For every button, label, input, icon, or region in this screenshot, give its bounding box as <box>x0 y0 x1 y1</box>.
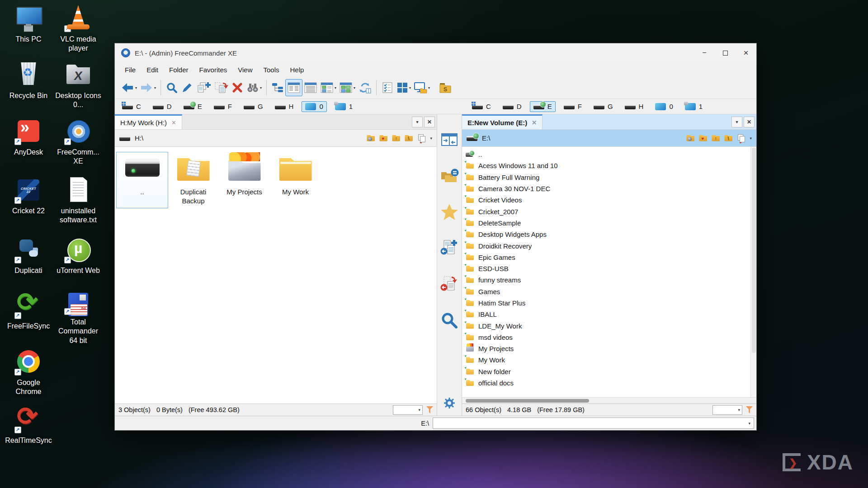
filter-combo[interactable]: ▾ <box>712 405 742 415</box>
file-row-hatim-star-plus[interactable]: Hatim Star Plus <box>462 297 756 309</box>
right-file-area[interactable]: ..Acess Windows 11 and 10Battery Full Wa… <box>462 147 756 397</box>
tab-close-icon[interactable]: ✕ <box>532 119 537 126</box>
filter-funnel-icon[interactable] <box>426 406 433 413</box>
file-row-camera-30-nov-1-dec[interactable]: Camera 30 NOV-1 DEC <box>462 183 756 194</box>
show-desktop-button[interactable]: ▾ <box>412 79 431 96</box>
folder-root-icon[interactable] <box>724 135 733 142</box>
file-row-acess-windows-11-and-10[interactable]: Acess Windows 11 and 10 <box>462 160 756 171</box>
desktop-icon-freefilesync[interactable]: FreeFileSync <box>4 289 53 345</box>
chevron-down-icon[interactable]: ▾ <box>154 86 156 90</box>
checklist-button[interactable] <box>380 79 395 96</box>
desktop-icon-duplicati[interactable]: Duplicati <box>4 233 53 289</box>
chevron-down-icon[interactable]: ▾ <box>260 86 262 90</box>
paste-button[interactable] <box>212 79 230 96</box>
drive-tab-left-G[interactable]: G <box>240 101 267 112</box>
file-tile-my-projects[interactable]: My Projects <box>219 152 270 208</box>
left-path-bar[interactable]: H:\ ▾ <box>115 130 437 147</box>
file-row-desktop-widgets-apps[interactable]: Desktop Widgets Apps <box>462 229 756 240</box>
tab-list-dropdown[interactable]: ▾ <box>731 117 742 127</box>
chevron-down-icon[interactable]: ▾ <box>430 136 432 141</box>
desktop-icon-desktop-icons-0[interactable]: Desktop Icons 0... <box>53 58 103 115</box>
file-row-funny-streams[interactable]: funny streams <box>462 274 756 286</box>
chevron-down-icon[interactable]: ▾ <box>750 136 752 141</box>
drive-tab-right-D[interactable]: D <box>499 101 525 112</box>
drive-tab-left-1[interactable]: 1 <box>331 101 356 112</box>
folder-favorites-icon[interactable] <box>379 135 388 142</box>
chevron-down-icon[interactable]: ▾ <box>428 86 430 90</box>
folder-up-icon[interactable] <box>392 135 401 142</box>
menu-file[interactable]: File <box>119 62 141 77</box>
file-row-esd-usb[interactable]: ESD-USB <box>462 263 756 274</box>
chevron-down-icon[interactable]: ▾ <box>354 86 355 90</box>
tree-view-button[interactable] <box>270 79 285 96</box>
file-row-cricket-videos[interactable]: Cricket Videos <box>462 194 756 206</box>
filter-combo[interactable]: ▾ <box>393 405 423 415</box>
file-row-my-projects[interactable]: My Projects <box>462 343 756 354</box>
command-input[interactable]: ▾ <box>433 418 754 429</box>
file-row-my-work[interactable]: My Work <box>462 354 756 366</box>
menu-folder[interactable]: Folder <box>164 62 194 77</box>
file-row-[interactable]: .. <box>462 149 756 160</box>
desktop-icon-total-commander-64-bit[interactable]: Total Commander 64 bit <box>53 289 103 345</box>
back-button[interactable]: ▾ <box>119 79 138 96</box>
folder-history-icon[interactable] <box>367 135 375 142</box>
folder-root-icon[interactable] <box>405 135 413 142</box>
desktop-icon-uninstalled-software-txt[interactable]: uninstalled software.txt <box>53 174 103 233</box>
desktop-icon-google-chrome[interactable]: Google Chrome <box>4 345 53 403</box>
refresh-button[interactable] <box>357 79 373 96</box>
tab-h-my-work[interactable]: H:My Work (H:) ✕ <box>115 114 182 129</box>
copy-to-other-panel-button[interactable] <box>439 239 459 257</box>
desktop-icon-realtimesync[interactable]: RealTimeSync <box>4 403 53 445</box>
menu-edit[interactable]: Edit <box>141 62 164 77</box>
file-row-official-docs[interactable]: official docs <box>462 377 756 389</box>
compare-folders-button[interactable] <box>439 167 459 185</box>
details-view-button[interactable] <box>302 79 319 96</box>
copy-path-icon[interactable] <box>417 134 426 142</box>
desktop-icon-this-pc[interactable]: This PC <box>4 2 53 58</box>
tab-e-new-volume[interactable]: E:New Volume (E:) ✕ <box>462 114 542 129</box>
desktop-icon-vlc-media-player[interactable]: VLC media player <box>53 2 103 58</box>
drive-tab-left-E[interactable]: E <box>180 101 206 112</box>
file-row-msd-videos[interactable]: msd videos <box>462 332 756 343</box>
drive-tab-right-E[interactable]: E <box>530 101 556 112</box>
desktop-icon-freecomm-xe[interactable]: FreeComm... XE <box>53 115 103 174</box>
menu-tools[interactable]: Tools <box>258 62 285 77</box>
vertical-scrollbar[interactable] <box>750 147 756 397</box>
file-row-games[interactable]: Games <box>462 286 756 297</box>
swap-panels-button[interactable] <box>439 131 459 149</box>
panel-close-button[interactable]: ✕ <box>744 117 755 127</box>
copy-path-icon[interactable] <box>737 134 745 142</box>
drive-tab-right-0[interactable]: 0 <box>651 101 676 112</box>
close-button[interactable]: × <box>736 43 756 62</box>
desktop-icon-anydesk[interactable]: AnyDesk <box>4 115 53 174</box>
file-row-lde-my-work[interactable]: LDE_My Work <box>462 320 756 331</box>
drive-tab-left-0[interactable]: 0 <box>302 101 326 112</box>
forward-button[interactable]: ▾ <box>138 79 157 96</box>
folder-history-icon[interactable] <box>686 135 695 142</box>
tab-close-icon[interactable]: ✕ <box>171 119 176 126</box>
folder-up-icon[interactable] <box>712 135 720 142</box>
minimize-button[interactable]: − <box>694 43 715 62</box>
file-tile-duplicati-backup[interactable]: Duplicati Backup <box>168 152 219 208</box>
s-folder-button[interactable]: S <box>438 79 453 96</box>
large-thumbnails-button[interactable]: ▾ <box>338 79 357 96</box>
thumbnails-view-button[interactable]: ▾ <box>319 79 338 96</box>
chevron-down-icon[interactable]: ▾ <box>135 86 137 90</box>
menu-help[interactable]: Help <box>285 62 310 77</box>
grid-view-button[interactable]: ▾ <box>395 79 412 96</box>
left-file-area[interactable]: ..Duplicati BackupMy ProjectsMy Work <box>115 147 437 404</box>
scrollbar-thumb[interactable] <box>752 148 756 353</box>
file-tile-my-work[interactable]: My Work <box>270 152 321 208</box>
edit-button[interactable] <box>179 79 195 96</box>
drive-tab-left-H[interactable]: H <box>271 101 297 112</box>
chevron-down-icon[interactable]: ▾ <box>335 86 336 90</box>
desktop-icon-recycle-bin[interactable]: Recycle Bin <box>4 58 53 115</box>
drive-tab-right-F[interactable]: F <box>560 101 585 112</box>
folder-favorites-icon[interactable] <box>699 135 708 142</box>
chevron-down-icon[interactable]: ▾ <box>748 421 750 426</box>
drive-tab-right-C[interactable]: C <box>468 101 495 112</box>
drive-tab-right-H[interactable]: H <box>621 101 647 112</box>
menu-favorites[interactable]: Favorites <box>194 62 233 77</box>
copy-button[interactable] <box>195 79 212 96</box>
menu-view[interactable]: View <box>232 62 258 77</box>
